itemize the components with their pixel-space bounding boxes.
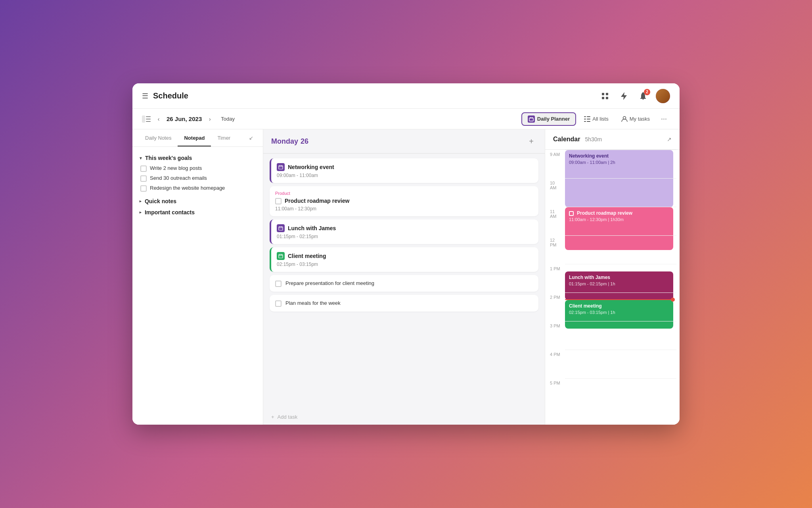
task-lunch-james[interactable]: Lunch with James 01:15pm - 02:15pm	[270, 219, 538, 244]
task-calendar-icon-1	[277, 163, 285, 171]
task-row-6: Plan meals for the week	[275, 300, 533, 307]
networking-event-time: 09:00am - 11:00am	[277, 173, 533, 178]
tab-bar: Daily Notes Notepad Timer ↙	[132, 129, 263, 147]
task-calendar-icon-3	[277, 224, 285, 232]
today-button[interactable]: Today	[218, 114, 238, 123]
goal-label-2: Send 30 outreach emails	[150, 175, 207, 181]
svg-rect-18	[279, 165, 283, 169]
time-content-10am	[565, 178, 676, 207]
next-date-button[interactable]: ›	[205, 114, 214, 124]
time-row-10am: 10 AM	[545, 178, 680, 207]
quick-notes-title: Quick notes	[145, 198, 176, 204]
lightning-icon[interactable]	[618, 90, 630, 102]
goals-section: ▼ This week's goals Write 2 new blog pos…	[139, 155, 257, 192]
calendar-duration: 5h30m	[585, 136, 602, 142]
my-tasks-label: My tasks	[630, 116, 650, 122]
time-content-11am: Product roadmap review 11:00am - 12:30pm…	[565, 207, 676, 235]
cal-networking-time: 09:00am - 11:00am | 2h	[569, 160, 669, 165]
middle-panel: Monday 26 +	[263, 129, 545, 425]
goal-checkbox-3[interactable]	[140, 185, 147, 192]
cal-networking-title: Networking event	[569, 153, 669, 160]
more-options-button[interactable]: ···	[658, 113, 670, 125]
task-card-header-4: Client meeting	[277, 252, 533, 260]
time-label-1pm: 1 PM	[545, 264, 565, 271]
cal-client-title: Client meeting	[569, 303, 669, 310]
svg-rect-26	[279, 254, 283, 258]
cal-product-time: 11:00am - 12:30pm | 1h30m	[569, 217, 669, 222]
goal-checkbox-1[interactable]	[140, 165, 147, 172]
goals-section-header[interactable]: ▼ This week's goals	[139, 155, 257, 161]
cal-product-title: Product roadmap review	[577, 210, 632, 217]
svg-rect-13	[584, 119, 586, 119]
time-label-11am: 11 AM	[545, 207, 565, 219]
cal-product-checkbox[interactable]	[569, 211, 574, 216]
time-content-12pm	[565, 235, 676, 264]
avatar[interactable]	[656, 89, 670, 103]
client-meeting-time: 02:15pm - 03:15pm	[277, 262, 533, 267]
time-label-9am: 9 AM	[545, 150, 565, 157]
tab-daily-notes[interactable]: Daily Notes	[139, 129, 178, 146]
left-panel: Daily Notes Notepad Timer ↙ ▼ This week'…	[132, 129, 263, 425]
networking-event-title: Networking event	[288, 164, 334, 170]
time-label-10am: 10 AM	[545, 178, 565, 190]
task-product-roadmap[interactable]: Product Product roadmap review 11:00am -…	[270, 186, 538, 216]
header-left: ☰ Schedule	[142, 91, 599, 100]
time-label-5pm: 5 PM	[545, 378, 565, 385]
cal-lunch-title: Lunch with James	[569, 275, 669, 281]
menu-icon[interactable]: ☰	[142, 92, 148, 100]
task-client-meeting[interactable]: Client meeting 02:15pm - 03:15pm	[270, 247, 538, 272]
product-roadmap-checkbox[interactable]	[275, 198, 282, 204]
notification-icon[interactable]: 2	[637, 90, 649, 102]
calendar-expand-button[interactable]: ↗	[667, 136, 672, 142]
prepare-presentation-checkbox[interactable]	[275, 281, 282, 287]
task-plan-meals[interactable]: Plan meals for the week	[270, 295, 538, 312]
time-label-12pm: 12 PM	[545, 235, 565, 247]
avatar-image	[656, 89, 670, 103]
quick-notes-section[interactable]: ► Quick notes	[139, 198, 257, 204]
svg-rect-22	[279, 227, 283, 230]
time-row-5pm: 5 PM	[545, 378, 680, 407]
current-date: 26 Jun, 2023	[167, 115, 202, 122]
task-card-header: Networking event	[277, 163, 533, 171]
time-content-2pm: Client meeting 02:15pm - 03:15pm | 1h	[565, 292, 676, 321]
time-row-12pm: 12 PM	[545, 235, 680, 264]
goal-checkbox-2[interactable]	[140, 175, 147, 182]
plan-meals-text: Plan meals for the week	[285, 300, 341, 307]
task-row-5: Prepare presentation for client meeting	[275, 280, 533, 287]
goal-label-3: Redesign the website homepage	[150, 185, 225, 191]
time-content-4pm	[565, 350, 676, 378]
my-tasks-button[interactable]: My tasks	[617, 114, 655, 125]
calendar-title: Calendar	[553, 136, 580, 143]
right-panel: Calendar 5h30m ↗ 9 AM Networking event 0…	[545, 129, 680, 425]
add-task-footer[interactable]: + Add task	[263, 409, 545, 425]
calendar-body: 9 AM Networking event 09:00am - 11:00am …	[545, 150, 680, 425]
header-right: 2	[599, 89, 670, 103]
daily-planner-button[interactable]: Daily Planner	[521, 112, 576, 126]
time-label-4pm: 4 PM	[545, 350, 565, 357]
collapse-panel-button[interactable]: ↙	[246, 129, 257, 146]
svg-rect-12	[587, 116, 590, 117]
product-section-label: Product	[275, 191, 533, 196]
task-prepare-presentation[interactable]: Prepare presentation for client meeting	[270, 275, 538, 292]
notification-badge: 2	[644, 89, 650, 95]
svg-rect-2	[602, 97, 604, 99]
important-contacts-section[interactable]: ► Important contacts	[139, 209, 257, 216]
plan-meals-checkbox[interactable]	[275, 300, 282, 307]
goal-label-1: Write 2 new blog posts	[150, 165, 202, 171]
main-content: Daily Notes Notepad Timer ↙ ▼ This week'…	[132, 129, 680, 425]
goal-item-1: Write 2 new blog posts	[139, 165, 257, 172]
time-content-5pm	[565, 378, 676, 407]
add-task-header-button[interactable]: +	[526, 136, 537, 147]
tab-notepad[interactable]: Notepad	[178, 129, 211, 146]
prev-date-button[interactable]: ‹	[154, 114, 163, 124]
grid-icon[interactable]	[599, 90, 611, 102]
time-grid: 9 AM Networking event 09:00am - 11:00am …	[545, 150, 680, 407]
lunch-james-time: 01:15pm - 02:15pm	[277, 234, 533, 239]
sidebar-toggle-button[interactable]	[142, 115, 151, 123]
task-networking-event[interactable]: Networking event 09:00am - 11:00am	[270, 158, 538, 183]
all-lists-button[interactable]: All lists	[579, 114, 613, 124]
tab-timer[interactable]: Timer	[211, 129, 237, 146]
app-window: ☰ Schedule	[132, 83, 680, 425]
goal-item-3: Redesign the website homepage	[139, 185, 257, 192]
svg-rect-1	[606, 93, 608, 95]
